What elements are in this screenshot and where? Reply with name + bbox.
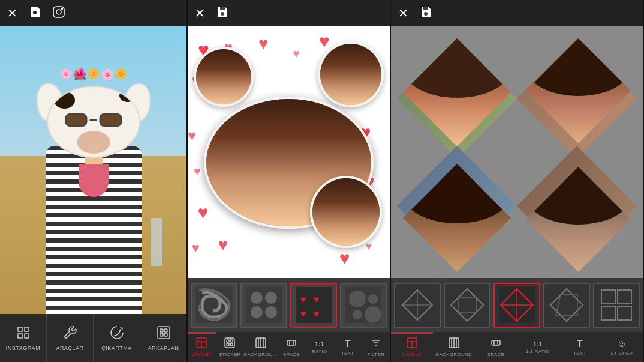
panel3-top-bar: ✕ <box>391 0 643 26</box>
girl-scene: 🌸 🌺 🌼 🌸 🌼 <box>0 26 186 314</box>
instagram-icon[interactable] <box>52 5 65 22</box>
instagram-tool[interactable]: INSTAGRAM <box>0 314 47 362</box>
svg-text:♥: ♥ <box>314 309 320 319</box>
svg-rect-65 <box>598 287 634 323</box>
tab3-background[interactable]: BACKGROUND <box>433 332 475 362</box>
svg-rect-5 <box>25 327 29 331</box>
background-tab-icon <box>255 337 266 351</box>
svg-rect-0 <box>32 7 37 10</box>
tab3-space[interactable]: SPAcE <box>475 332 517 362</box>
tab-layout-label: LAYOUT <box>192 352 212 357</box>
svg-rect-10 <box>164 329 167 332</box>
svg-rect-12 <box>164 333 167 336</box>
ratio3-tab-icon: 1:1 <box>533 340 543 348</box>
svg-point-20 <box>265 306 277 318</box>
svg-point-30 <box>365 306 381 323</box>
tab-background[interactable]: BACKGROU... <box>244 332 278 362</box>
sticker-tool[interactable]: ÇIKARTMA <box>94 314 140 362</box>
tab-sticker-label: STICKER <box>219 352 241 357</box>
svg-rect-34 <box>225 338 234 348</box>
svg-rect-8 <box>158 327 170 339</box>
panel1-bottom-bar: INSTAGRAM ARAÇLAR ÇIKARTMA <box>0 314 186 362</box>
svg-point-50 <box>424 12 428 16</box>
background-icon <box>157 325 171 343</box>
text3-tab-icon: T <box>577 339 583 349</box>
tab3-layout[interactable]: LAYOUT <box>391 332 433 362</box>
svg-rect-35 <box>227 340 229 342</box>
panel1-top-bar: ✕ <box>0 0 186 26</box>
thumb3-3[interactable] <box>493 283 540 328</box>
ratio-tab-icon: 1:1 <box>315 340 324 348</box>
svg-point-29 <box>353 310 362 319</box>
svg-point-27 <box>349 291 366 307</box>
svg-rect-11 <box>160 333 163 336</box>
svg-point-2 <box>56 10 61 14</box>
svg-rect-49 <box>423 7 428 10</box>
svg-rect-4 <box>18 327 22 331</box>
panel-1: ✕ <box>0 0 188 362</box>
svg-point-3 <box>62 8 63 9</box>
sticker3-tab-icon: ☺ <box>617 339 627 349</box>
svg-point-18 <box>265 292 277 304</box>
tab3-ratio[interactable]: 1:1 1:1 RATIO <box>517 332 559 362</box>
tab-text-label: TEXT <box>341 351 354 356</box>
tab-filter[interactable]: FILTER <box>362 332 390 362</box>
thumb-largedots[interactable] <box>340 283 387 328</box>
save-icon[interactable] <box>28 5 41 22</box>
svg-text:♥: ♥ <box>300 294 306 304</box>
svg-rect-36 <box>230 340 233 342</box>
background-label: ARKAPLAN <box>148 345 179 351</box>
svg-rect-62 <box>549 287 585 323</box>
tab3-sticker[interactable]: ☺ STICKER <box>601 332 643 362</box>
background-tool[interactable]: ARKAPLAN <box>140 314 186 362</box>
layout3-tab-icon <box>407 337 417 351</box>
panel3-close-icon[interactable]: ✕ <box>398 6 408 20</box>
svg-rect-13 <box>220 7 225 10</box>
panel3-tabs: LAYOUT BACKGROUND SPAcE <box>391 332 643 362</box>
tab-ratio-label: RATIO <box>312 349 327 354</box>
tab-sticker[interactable]: STICKER <box>216 332 244 362</box>
thumb3-5[interactable] <box>593 283 640 328</box>
thumb-dots2[interactable] <box>240 283 287 328</box>
panel2-close-icon[interactable]: ✕ <box>195 6 205 20</box>
sticker-tab-icon <box>224 337 235 351</box>
tools-label: ARAÇLAR <box>56 345 83 351</box>
tab3-background-label: BACKGROUND <box>436 352 472 357</box>
instagram-tool-label: INSTAGRAM <box>6 345 40 351</box>
thumb3-1[interactable] <box>394 283 441 328</box>
panel2-collage: ♥ ♥ ♥ ♥ ♥ ♥ ♥ ♥ ♥ ♥ ♥ ♥ ♥ ♥ ♥ ♥ ♥ <box>188 26 390 278</box>
tab-space[interactable]: SPACE <box>278 332 306 362</box>
panel2-tabs: LAYOUT STICKER <box>188 332 390 362</box>
instagram-tool-icon <box>16 325 31 343</box>
panel2-thumb-strip: ♥ ♥ ♥ ♥ <box>188 278 390 332</box>
thumb-hearts[interactable]: ♥ ♥ ♥ ♥ <box>290 283 337 328</box>
thumb3-2[interactable] <box>444 283 490 328</box>
background3-tab-icon <box>449 337 459 351</box>
svg-point-14 <box>221 12 224 16</box>
space-tab-icon <box>286 337 297 351</box>
tab-layout[interactable]: LAYOUT <box>188 332 216 362</box>
sticker-label: ÇIKARTMA <box>101 345 131 351</box>
panel2-top-bar: ✕ <box>188 0 390 26</box>
tab-space-label: SPACE <box>283 352 300 357</box>
svg-point-28 <box>368 294 378 304</box>
tab3-sticker-label: STICKER <box>611 351 633 356</box>
tools-icon <box>63 325 77 343</box>
thumb-swirl[interactable] <box>191 283 237 328</box>
panel-2: ✕ ♥ ♥ ♥ ♥ ♥ ♥ ♥ ♥ ♥ <box>188 0 391 362</box>
tab-ratio[interactable]: 1:1 RATIO <box>305 332 333 362</box>
tab3-text-label: TEXT <box>573 351 586 356</box>
tab-text[interactable]: T TEXT <box>333 332 362 362</box>
svg-point-19 <box>251 306 263 318</box>
panel2-save-icon[interactable] <box>216 5 229 22</box>
tab3-text[interactable]: T TEXT <box>559 332 601 362</box>
svg-rect-16 <box>246 287 282 323</box>
close-icon[interactable]: ✕ <box>7 6 17 20</box>
svg-rect-6 <box>18 334 22 338</box>
thumb3-4[interactable] <box>543 283 590 328</box>
panel3-save-icon[interactable] <box>419 5 432 22</box>
tools-tool[interactable]: ARAÇLAR <box>47 314 94 362</box>
panel3-thumb-strip <box>391 278 643 332</box>
svg-rect-37 <box>227 343 229 346</box>
tab3-space-label: SPAcE <box>487 352 504 357</box>
